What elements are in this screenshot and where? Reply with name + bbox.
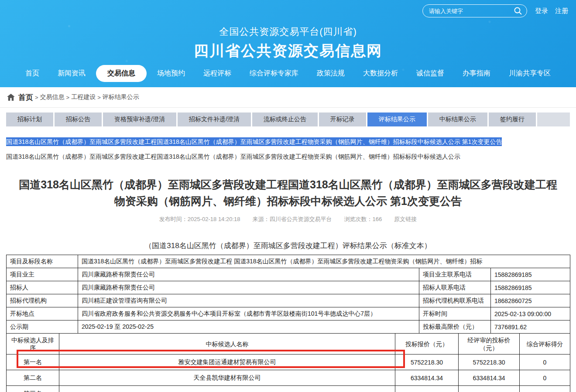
breadcrumb-home[interactable]: 首页 bbox=[18, 92, 33, 102]
auth-links: 登录 注册 bbox=[535, 7, 568, 15]
main-nav: 首页 新闻资讯 交易信息 场地预约 远程评标 综合评标专家库 政策法规 大数据分… bbox=[0, 65, 576, 82]
col-header-bid: 投标报价（元） bbox=[395, 334, 459, 355]
table-row: 招标代理机构 四川精正建设管理咨询有限公司 招标代理机构联系电话 1868286… bbox=[7, 294, 570, 307]
candidate-bid bbox=[395, 386, 459, 392]
candidate-score: 0 bbox=[520, 370, 570, 386]
candidate-rank: 第一名 bbox=[7, 355, 59, 370]
project-detail-table: 项目及标段名称 国道318名山区黑竹（成都界）至雨城区多营段改建工程 国道318… bbox=[6, 255, 570, 334]
col-header-name: 中标候选人名称 bbox=[59, 334, 395, 355]
document-subtitle: （国道318名山区黑竹（成都界）至雨城区多营段改建工程）评标结果公示（标准文本） bbox=[0, 241, 576, 251]
candidate-header-row: 中标候选人及排序 中标候选人名称 投标报价（元） 经评审的投标价（元） 综合评标… bbox=[7, 334, 570, 355]
nav-item-policies[interactable]: 政策法规 bbox=[309, 65, 353, 82]
search-box[interactable] bbox=[422, 4, 527, 17]
breadcrumb: 首页 > 交易信息 > 工程建设 > 评标结果公示 bbox=[0, 87, 576, 108]
detail-label: 开标地点 bbox=[7, 307, 78, 320]
detail-label: 招标人 bbox=[7, 281, 78, 294]
tab-bid-announcement[interactable]: 招标公告 bbox=[55, 112, 102, 126]
detail-value: 15882869185 bbox=[491, 281, 570, 294]
article-title: 国道318名山区黑竹（成都界）至雨城区多营段改建工程国道318名山区黑竹（成都界… bbox=[17, 176, 559, 209]
candidate-name: 天全县凯华建材有限公司 bbox=[59, 370, 395, 386]
login-link[interactable]: 登录 bbox=[535, 7, 548, 15]
detail-label: 招标代理机构 bbox=[7, 294, 78, 307]
nav-item-venue-booking[interactable]: 场地预约 bbox=[149, 65, 193, 82]
candidate-bid: 6334814.34 bbox=[395, 370, 459, 386]
detail-value: 四川精正建设管理咨询有限公司 bbox=[78, 294, 419, 307]
view-count: 浏览次数：166 bbox=[344, 215, 382, 223]
article-meta: 发布时间：2025-02-18 14:20:18 来源：四川省公共资源交易平台 … bbox=[0, 215, 576, 223]
detail-value: 2025-02-19 至 2025-02-25 bbox=[78, 320, 419, 334]
tab-failed-or-terminated[interactable]: 流标或终止公告 bbox=[252, 112, 318, 126]
candidate-bid: 5752218.30 bbox=[395, 355, 459, 370]
nav-item-integrity[interactable]: 诚信监督 bbox=[408, 65, 452, 82]
candidate-row-third: 第三名 bbox=[7, 386, 570, 392]
site-title: 四川省公共资源交易信息网 bbox=[0, 41, 576, 61]
table-row: 项目及标段名称 国道318名山区黑竹（成都界）至雨城区多营段改建工程 国道318… bbox=[7, 255, 570, 268]
search-icon[interactable] bbox=[514, 7, 522, 15]
breadcrumb-trade-info[interactable]: 交易信息 bbox=[40, 93, 65, 101]
tab-bid-plan[interactable]: 招标计划 bbox=[6, 112, 53, 126]
nav-item-remote-evaluation[interactable]: 远程评标 bbox=[195, 65, 239, 82]
detail-label: 公示期 bbox=[7, 320, 78, 334]
site-header: 登录 注册 全国公共资源交易平台(四川省) 四川省公共资源交易信息网 首页 新闻… bbox=[0, 0, 576, 87]
tab-bid-opening-record[interactable]: 开标记录 bbox=[319, 112, 366, 126]
breadcrumb-separator: > bbox=[97, 94, 101, 101]
detail-value: 四川康藏路桥有限责任公司 bbox=[78, 281, 419, 294]
topbar: 登录 注册 bbox=[422, 4, 568, 17]
breadcrumb-engineering[interactable]: 工程建设 bbox=[71, 93, 96, 101]
home-icon[interactable] bbox=[7, 94, 15, 101]
search-input[interactable] bbox=[429, 8, 514, 14]
detail-value: 18682860725 bbox=[491, 294, 570, 307]
tab-bid-doc-supplement[interactable]: 招标文件补遗/澄清 bbox=[178, 112, 251, 126]
detail-value: 2025-02-13 09:00:00 bbox=[491, 307, 570, 320]
result-links: 国道318名山区黑竹（成都界）至雨城区多营段改建工程国道318名山区黑竹（成都界… bbox=[6, 137, 570, 161]
candidate-rank: 第二名 bbox=[7, 370, 59, 386]
detail-value: 15882869185 bbox=[491, 268, 570, 281]
nav-item-news[interactable]: 新闻资讯 bbox=[50, 65, 93, 82]
nav-item-chuanyu-zone[interactable]: 川渝共享专区 bbox=[501, 65, 559, 82]
detail-value: 国道318名山区黑竹（成都界）至雨城区多营段改建工程 国道318名山区黑竹（成都… bbox=[78, 255, 570, 268]
result-link[interactable]: 国道318名山区黑竹（成都界）至雨城区多营段改建工程国道318名山区黑竹（成都界… bbox=[6, 152, 570, 161]
nav-item-trade-info[interactable]: 交易信息 bbox=[96, 65, 147, 82]
publish-time: 发布时间：2025-02-18 14:20:18 bbox=[159, 215, 240, 223]
detail-label: 开标时间 bbox=[419, 307, 491, 320]
breadcrumb-result-publicity[interactable]: 评标结果公示 bbox=[103, 93, 139, 101]
nav-item-expert-pool[interactable]: 综合评标专家库 bbox=[242, 65, 306, 82]
category-tabbar: 招标计划 招标公告 资格预审补遗/澄清 招标文件补遗/澄清 流标或终止公告 开标… bbox=[6, 112, 570, 126]
candidate-table: 中标候选人及排序 中标候选人名称 投标报价（元） 经评审的投标价（元） 综合评标… bbox=[6, 333, 570, 392]
table-row: 公示期 2025-02-19 至 2025-02-25 投标最高限价（元） 73… bbox=[7, 320, 570, 334]
col-header-reviewed-bid: 经评审的投标价（元） bbox=[459, 334, 520, 355]
col-header-score: 综合评标得分 bbox=[520, 334, 570, 355]
breadcrumb-separator: > bbox=[66, 94, 70, 101]
tab-contract-performance[interactable]: 签约履行 bbox=[489, 112, 536, 126]
table-row: 招标人 四川康藏路桥有限责任公司 招标人联系电话 15882869185 bbox=[7, 281, 570, 294]
table-row: 开标地点 四川省政府政务服务和公共资源交易服务中心本项目开标室（成都市青羊区鼓楼… bbox=[7, 307, 570, 320]
candidate-row-second: 第二名 天全县凯华建材有限公司 6334814.34 6334814.34 0 bbox=[7, 370, 570, 386]
tab-award-result[interactable]: 中标结果公示 bbox=[428, 112, 487, 126]
register-link[interactable]: 注册 bbox=[555, 7, 568, 15]
site-subtitle: 全国公共资源交易平台(四川省) bbox=[0, 25, 576, 38]
candidate-name: 雅安交建集团运通建材贸易有限公司 bbox=[59, 355, 395, 370]
original-link[interactable]: 原文链接 bbox=[394, 215, 417, 223]
candidate-score bbox=[520, 386, 570, 392]
detail-value: 四川省政府政务服务和公共资源交易服务中心本项目开标室（成都市青羊区鼓楼南街101… bbox=[78, 307, 419, 320]
table-row: 项目业主 四川康藏路桥有限责任公司 项目业主联系电话 15882869185 bbox=[7, 268, 570, 281]
detail-label: 招标代理机构联系电话 bbox=[419, 294, 491, 307]
nav-item-home[interactable]: 首页 bbox=[17, 65, 47, 82]
candidate-reviewed-bid bbox=[459, 386, 520, 392]
detail-label: 项目及标段名称 bbox=[7, 255, 78, 268]
candidate-name bbox=[59, 386, 395, 392]
nav-item-guide[interactable]: 办事指南 bbox=[455, 65, 498, 82]
col-header-rank: 中标候选人及排序 bbox=[7, 334, 59, 355]
detail-label: 招标人联系电话 bbox=[419, 281, 491, 294]
detail-value: 7376891.62 bbox=[491, 320, 570, 334]
nav-item-big-data[interactable]: 大数据分析 bbox=[355, 65, 406, 82]
detail-label: 项目业主 bbox=[7, 268, 78, 281]
source: 来源：四川省公共资源交易平台 bbox=[253, 215, 332, 223]
detail-label: 投标最高限价（元） bbox=[419, 320, 491, 334]
tab-evaluation-result[interactable]: 评标结果公示 bbox=[367, 112, 427, 126]
detail-label: 项目业主联系电话 bbox=[419, 268, 491, 281]
tabbar-filler bbox=[537, 112, 570, 126]
candidate-score: 0 bbox=[520, 355, 570, 370]
result-link-selected[interactable]: 国道318名山区黑竹（成都界）至雨城区多营段改建工程国道318名山区黑竹（成都界… bbox=[6, 137, 570, 147]
tab-prequalification-supplement[interactable]: 资格预审补遗/澄清 bbox=[103, 112, 176, 126]
